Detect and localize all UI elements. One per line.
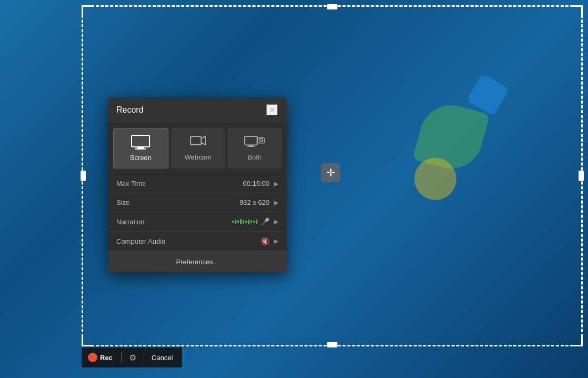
computer-audio-label: Computer Audio <box>116 237 261 245</box>
edge-handle-right[interactable] <box>579 171 584 181</box>
screen-mode-label: Screen <box>130 154 152 162</box>
both-mode-label: Both <box>247 153 262 161</box>
audio-bar-2 <box>235 220 236 224</box>
narration-arrow: ▶ <box>274 218 278 225</box>
webcam-mode-button[interactable]: Webcam <box>171 128 225 168</box>
audio-bar-6 <box>245 221 247 223</box>
muted-icon-container: 🔇 <box>261 237 270 245</box>
narration-label: Narration <box>116 218 232 226</box>
audio-bar-8 <box>251 220 252 223</box>
rec-label: Rec <box>100 354 113 362</box>
record-dialog: Record × Screen Webcam <box>108 97 287 272</box>
webcam-mode-label: Webcam <box>184 153 211 161</box>
narration-row[interactable]: Narration 🎤 ▶ <box>108 212 287 232</box>
size-value: 932 x 620 <box>240 198 270 206</box>
audio-bar-10 <box>256 220 257 224</box>
audio-bar-9 <box>253 221 255 223</box>
computer-audio-arrow: ▶ <box>274 237 278 245</box>
computer-audio-row[interactable]: Computer Audio 🔇 ▶ <box>108 232 287 251</box>
settings-gear-button[interactable]: ⚙ <box>126 353 139 363</box>
dialog-header: Record × <box>108 97 287 123</box>
mic-icon: 🎤 <box>261 217 270 226</box>
svg-point-8 <box>260 139 262 142</box>
move-cursor-icon[interactable]: ✛ <box>321 163 340 182</box>
svg-rect-0 <box>132 135 150 147</box>
narration-audio-bars <box>232 219 257 224</box>
close-button[interactable]: × <box>266 104 278 116</box>
toolbar-divider-1 <box>121 352 122 363</box>
screen-mode-button[interactable]: Screen <box>113 128 168 168</box>
svg-rect-2 <box>135 148 146 150</box>
mode-buttons-container: Screen Webcam Both <box>108 123 287 174</box>
rec-button[interactable]: Rec <box>88 353 117 362</box>
preferences-button[interactable]: Preferences... <box>108 251 287 272</box>
both-mode-button[interactable]: Both <box>227 128 282 168</box>
svg-rect-5 <box>249 145 253 146</box>
svg-rect-3 <box>191 136 201 145</box>
edge-handle-left[interactable] <box>81 171 86 181</box>
max-time-row[interactable]: Max Time 00:15:00 ▶ <box>108 174 287 193</box>
svg-rect-1 <box>137 147 144 148</box>
size-label: Size <box>116 198 240 206</box>
settings-section: Max Time 00:15:00 ▶ Size 932 x 620 ▶ Nar… <box>108 174 287 251</box>
corner-handle-br[interactable] <box>572 336 583 346</box>
corner-handle-bl[interactable] <box>82 336 92 346</box>
audio-bar-7 <box>248 220 250 224</box>
gear-icon: ⚙ <box>129 353 136 363</box>
audio-bar-1 <box>232 221 234 223</box>
speaker-muted-icon: 🔇 <box>261 237 270 245</box>
max-time-label: Max Time <box>116 180 243 187</box>
dialog-title: Record <box>116 105 144 115</box>
size-row[interactable]: Size 932 x 620 ▶ <box>108 193 287 212</box>
svg-rect-4 <box>245 136 257 145</box>
audio-bar-5 <box>243 220 244 224</box>
webcam-icon <box>190 134 206 149</box>
size-arrow: ▶ <box>274 199 278 206</box>
toolbar-divider-2 <box>144 352 144 363</box>
edge-handle-top[interactable] <box>327 4 337 9</box>
audio-bar-3 <box>237 220 239 223</box>
max-time-value: 00:15:00 <box>243 180 270 187</box>
svg-rect-6 <box>247 146 255 147</box>
bottom-toolbar: Rec ⚙ Cancel <box>82 347 182 367</box>
audio-bar-4 <box>240 219 242 224</box>
both-icon <box>244 134 265 149</box>
geo-decoration-2 <box>414 158 456 200</box>
rec-dot-icon <box>88 353 97 362</box>
desktop: ✛ Record × Screen Webcam <box>0 0 588 378</box>
max-time-arrow: ▶ <box>274 180 278 187</box>
edge-handle-bottom[interactable] <box>327 342 337 347</box>
corner-handle-tl[interactable] <box>82 5 92 16</box>
cancel-button[interactable]: Cancel <box>148 354 176 362</box>
corner-handle-tr[interactable] <box>572 5 583 16</box>
screen-icon <box>131 135 150 150</box>
